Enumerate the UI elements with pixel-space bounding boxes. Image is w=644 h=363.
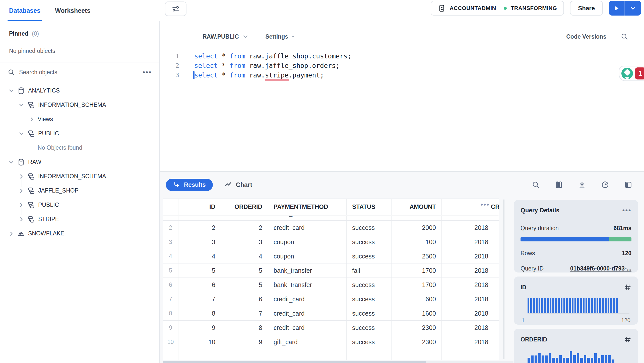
- histogram-bar: [563, 298, 565, 313]
- cell-status: success: [347, 321, 392, 335]
- chevron-down-icon[interactable]: [8, 159, 15, 165]
- column-header-status[interactable]: STATUS: [347, 199, 392, 215]
- column-menu-icon[interactable]: •••: [481, 203, 490, 206]
- table-body-viewport[interactable]: 111credit_cardsuccess10002018222credit_c…: [163, 216, 499, 360]
- search-results-icon[interactable]: [532, 180, 540, 189]
- table-row[interactable]: 333couponsuccess1002018: [163, 235, 499, 249]
- object-search[interactable]: Search objects •••: [0, 62, 159, 80]
- table-row[interactable]: 10109gift_cardsuccess23002018: [163, 335, 499, 349]
- duration-label: Query duration: [521, 225, 559, 232]
- tree-item-raw[interactable]: RAW: [0, 155, 159, 169]
- search-options-menu-icon[interactable]: •••: [143, 71, 152, 73]
- cell-amount: 600: [392, 292, 442, 306]
- chevron-down-icon[interactable]: [18, 102, 25, 108]
- run-options-button[interactable]: [625, 1, 641, 16]
- table-row[interactable]: 998credit_cardsuccess23002018: [163, 321, 499, 335]
- histogram-bar: [591, 358, 593, 363]
- table-row[interactable]: 776credit_cardsuccess6002018: [163, 292, 499, 306]
- chevron-down-icon[interactable]: [8, 87, 15, 94]
- session-context-button[interactable]: ACCOUNTADMIN TRANSFORMING: [431, 1, 564, 16]
- tree-item-information-schema[interactable]: INFORMATION_SCHEMA: [0, 169, 159, 184]
- histogram-bar: [602, 298, 604, 313]
- chevron-down-icon[interactable]: [18, 130, 25, 137]
- table-row[interactable]: 444couponsuccess25002018: [163, 249, 499, 263]
- run-button[interactable]: [609, 1, 625, 16]
- table-row[interactable]: 111credit_cardsuccess10002018: [163, 216, 499, 221]
- table-row[interactable]: 887credit_cardsuccess16002018: [163, 306, 499, 321]
- cell-id: 6: [178, 278, 221, 292]
- histogram-bar: [530, 298, 532, 313]
- columns-icon[interactable]: [555, 180, 563, 189]
- histogram-bar: [608, 355, 611, 363]
- chevron-right-icon[interactable]: [18, 188, 25, 194]
- tree-guide-line: [12, 235, 12, 287]
- tab-databases[interactable]: Databases: [9, 0, 40, 21]
- query-id-link[interactable]: 01b349f6-0000-d793-...: [570, 265, 631, 272]
- database-icon: [17, 158, 25, 166]
- column-header-id[interactable]: ID: [178, 199, 221, 215]
- histogram-bar: [598, 358, 600, 363]
- share-button[interactable]: Share: [570, 1, 603, 16]
- results-tab[interactable]: Results: [166, 179, 213, 191]
- histogram-bar: [610, 298, 612, 313]
- sql-code-area[interactable]: 1select * from raw.jaffle_shop.customers…: [160, 51, 644, 171]
- table-horizontal-scrollbar[interactable]: [163, 361, 513, 363]
- run-button-group: [609, 1, 641, 16]
- download-icon[interactable]: [578, 180, 586, 189]
- tree-item-analytics[interactable]: ANALYTICS: [0, 83, 159, 98]
- sliders-icon: [171, 5, 180, 13]
- tree-item-public[interactable]: PUBLIC: [0, 198, 159, 212]
- tree-item-public[interactable]: PUBLIC: [0, 126, 159, 141]
- query-details-menu-icon[interactable]: •••: [622, 209, 631, 212]
- pinned-section-header: Pinned (0): [0, 21, 159, 37]
- chevron-right-icon[interactable]: [8, 230, 15, 237]
- editor-search-icon[interactable]: [620, 33, 628, 41]
- tree-item-label: INFORMATION_SCHEMA: [38, 102, 106, 108]
- split-panel-icon[interactable]: [624, 180, 632, 189]
- chart-tab[interactable]: Chart: [224, 181, 252, 189]
- chevron-right-icon[interactable]: [28, 116, 36, 123]
- chevron-right-icon[interactable]: [18, 173, 25, 180]
- cell-created: 2018: [442, 278, 499, 292]
- column-header-created[interactable]: CREATED: [442, 199, 499, 215]
- schema-icon: [27, 101, 35, 109]
- tree-item-information-schema[interactable]: INFORMATION_SCHEMA: [0, 98, 159, 112]
- column-header-amount[interactable]: AMOUNT: [392, 199, 442, 215]
- table-row[interactable]: 665bank_transfersuccess17002018: [163, 278, 499, 292]
- cell-orderid: 1: [221, 216, 268, 220]
- code-line-1[interactable]: 1select * from raw.jaffle_shop.customers…: [160, 51, 644, 61]
- chevron-right-icon[interactable]: [18, 216, 25, 223]
- code-versions-link[interactable]: Code Versions: [566, 33, 606, 40]
- code-line-3[interactable]: 3select * from raw.stripe.payment;: [160, 70, 644, 80]
- cell-n: 3: [163, 235, 178, 249]
- query-history-clock-icon[interactable]: [601, 180, 609, 189]
- cell-status: success: [347, 235, 392, 249]
- tab-worksheets[interactable]: Worksheets: [55, 0, 90, 21]
- code-line-2[interactable]: 2select * from raw.jaffle_shop.orders;: [160, 61, 644, 70]
- worksheet-config-button[interactable]: [165, 2, 186, 16]
- cell-n: 5: [163, 263, 178, 278]
- column-header-n[interactable]: [163, 199, 178, 215]
- cell-orderid: 4: [221, 249, 268, 263]
- tree-item-stripe[interactable]: STRIPE: [0, 212, 159, 226]
- table-row[interactable]: 555bank_transferfail17002018: [163, 263, 499, 278]
- column-header-method[interactable]: PAYMENTMETHOD: [268, 199, 347, 215]
- histogram-bar: [535, 355, 537, 363]
- tree-item-label: ANALYTICS: [28, 87, 60, 94]
- warehouse-status-dot: [504, 7, 507, 10]
- tree-item-snowflake[interactable]: SNOWFLAKE: [0, 226, 159, 241]
- histogram-bar: [547, 298, 549, 313]
- column-header-orderid[interactable]: ORDERID: [221, 199, 268, 215]
- database-context-selector[interactable]: RAW.PUBLIC: [203, 33, 249, 40]
- table-row[interactable]: 222credit_cardsuccess20002018: [163, 221, 499, 235]
- chevron-right-icon[interactable]: [18, 202, 25, 208]
- tree-item-views[interactable]: Views: [0, 112, 159, 126]
- copilot-suggestion-widget[interactable]: 1: [619, 66, 644, 81]
- tree-item-label: PUBLIC: [38, 130, 59, 137]
- cell-created: 2018: [442, 221, 499, 235]
- histogram-bar: [580, 358, 583, 363]
- tree-item-jaffle-shop[interactable]: JAFFLE_SHOP: [0, 184, 159, 198]
- table-vertical-scrollbar[interactable]: [503, 199, 504, 359]
- cell-id: 8: [178, 306, 221, 320]
- settings-dropdown[interactable]: Settings: [265, 33, 296, 40]
